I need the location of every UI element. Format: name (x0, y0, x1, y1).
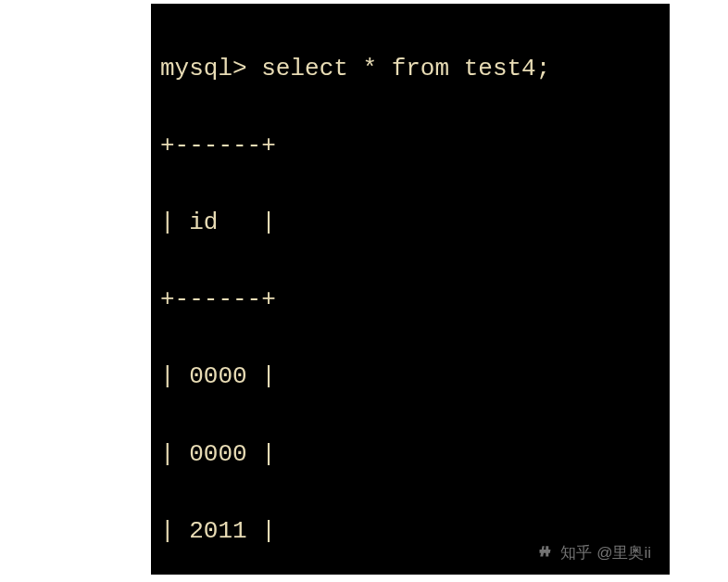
zhihu-icon (538, 544, 555, 561)
table-row: | 0000 | (160, 436, 660, 474)
sql-query: select * from test4; (261, 55, 550, 82)
command-line: mysql> select * from test4; (160, 50, 660, 89)
table-border-mid: +------+ (160, 281, 660, 320)
table-header-row: | id | (160, 204, 660, 243)
table-row: | 0000 | (160, 358, 660, 397)
watermark: 知乎 @里奥ii (538, 540, 651, 565)
table-border-top: +------+ (160, 127, 660, 166)
mysql-prompt: mysql> (160, 55, 247, 82)
mysql-terminal[interactable]: mysql> select * from test4; +------+ | i… (151, 4, 670, 575)
watermark-text: 知乎 @里奥ii (560, 540, 651, 565)
